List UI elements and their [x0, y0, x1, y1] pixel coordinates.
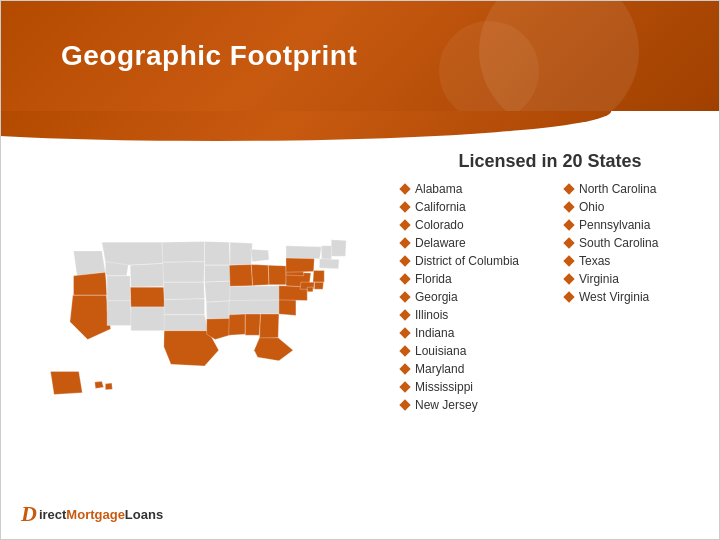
wave-divider — [1, 111, 719, 141]
state-name: Mississippi — [415, 380, 473, 394]
header-decoration-2 — [439, 21, 539, 111]
header-banner: Geographic Footprint — [1, 1, 719, 111]
state-name: Delaware — [415, 236, 466, 250]
diamond-icon — [399, 363, 410, 374]
diamond-icon — [563, 237, 574, 248]
state-name: Illinois — [415, 308, 448, 322]
states-subtitle: Licensed in 20 States — [401, 151, 699, 172]
state-name: Virginia — [579, 272, 619, 286]
state-name: District of Columbia — [415, 254, 519, 268]
page-title: Geographic Footprint — [61, 40, 357, 72]
list-item: Alabama — [401, 182, 535, 196]
diamond-icon — [563, 291, 574, 302]
list-item: Mississippi — [401, 380, 535, 394]
list-item: Texas — [565, 254, 699, 268]
list-item: Florida — [401, 272, 535, 286]
list-item: Louisiana — [401, 344, 535, 358]
states-column-2: North CarolinaOhioPennsylvaniaSouth Caro… — [565, 182, 699, 412]
logo-accent: Mortgage — [66, 507, 125, 522]
state-name: Louisiana — [415, 344, 466, 358]
list-item: California — [401, 200, 535, 214]
list-item: District of Columbia — [401, 254, 535, 268]
diamond-icon — [399, 309, 410, 320]
diamond-icon — [563, 201, 574, 212]
diamond-icon — [563, 183, 574, 194]
list-item: Virginia — [565, 272, 699, 286]
state-name: New Jersey — [415, 398, 478, 412]
state-name: Indiana — [415, 326, 454, 340]
main-content: Licensed in 20 States AlabamaCaliforniaC… — [1, 141, 719, 531]
diamond-icon — [399, 237, 410, 248]
page: Geographic Footprint — [0, 0, 720, 540]
state-name: Ohio — [579, 200, 604, 214]
diamond-icon — [563, 255, 574, 266]
state-name: North Carolina — [579, 182, 656, 196]
diamond-icon — [399, 345, 410, 356]
list-item: South Carolina — [565, 236, 699, 250]
diamond-icon — [399, 381, 410, 392]
list-item: Ohio — [565, 200, 699, 214]
logo-text: irectMortgageLoans — [39, 507, 163, 522]
state-name: Florida — [415, 272, 452, 286]
diamond-icon — [563, 219, 574, 230]
list-item: Indiana — [401, 326, 535, 340]
state-name: South Carolina — [579, 236, 658, 250]
list-item: Pennsylvania — [565, 218, 699, 232]
list-item: West Virginia — [565, 290, 699, 304]
state-name: Alabama — [415, 182, 462, 196]
map-area — [21, 151, 381, 521]
state-name: California — [415, 200, 466, 214]
list-item: Maryland — [401, 362, 535, 376]
state-name: Maryland — [415, 362, 464, 376]
diamond-icon — [399, 399, 410, 410]
diamond-icon — [399, 219, 410, 230]
diamond-icon — [399, 201, 410, 212]
state-name: Texas — [579, 254, 610, 268]
us-map — [31, 226, 371, 446]
diamond-icon — [563, 273, 574, 284]
list-item: New Jersey — [401, 398, 535, 412]
list-item: Illinois — [401, 308, 535, 322]
diamond-icon — [399, 291, 410, 302]
list-item: Georgia — [401, 290, 535, 304]
diamond-icon — [399, 273, 410, 284]
diamond-icon — [399, 327, 410, 338]
states-area: Licensed in 20 States AlabamaCaliforniaC… — [381, 151, 699, 521]
list-item: Delaware — [401, 236, 535, 250]
state-name: West Virginia — [579, 290, 649, 304]
diamond-icon — [399, 255, 410, 266]
list-item: Colorado — [401, 218, 535, 232]
footer-logo: D irectMortgageLoans — [21, 501, 163, 527]
logo-d-letter: D — [21, 501, 37, 527]
state-name: Pennsylvania — [579, 218, 650, 232]
states-columns: AlabamaCaliforniaColoradoDelawareDistric… — [401, 182, 699, 412]
states-column-1: AlabamaCaliforniaColoradoDelawareDistric… — [401, 182, 535, 412]
state-name: Georgia — [415, 290, 458, 304]
diamond-icon — [399, 183, 410, 194]
list-item: North Carolina — [565, 182, 699, 196]
state-name: Colorado — [415, 218, 464, 232]
